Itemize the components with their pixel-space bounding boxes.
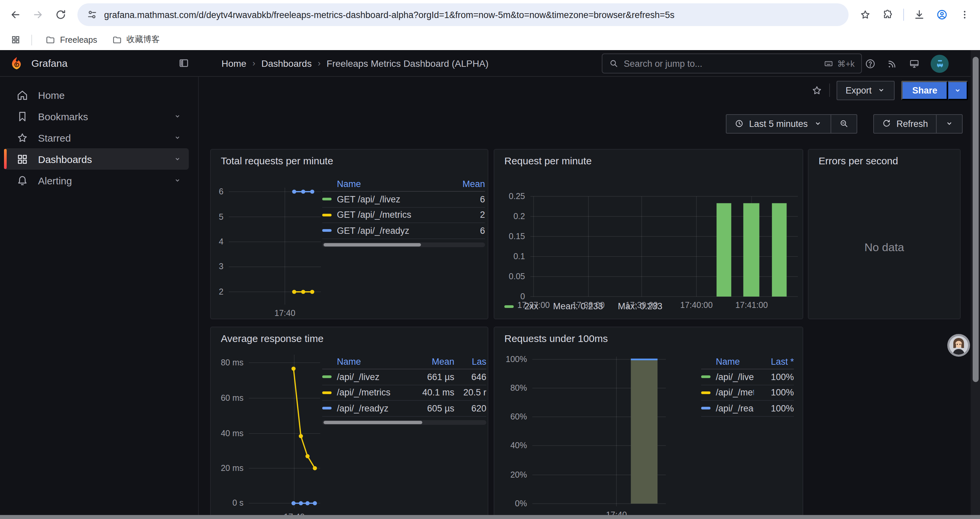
header-icons [865, 50, 949, 77]
page-scrollbar[interactable] [970, 50, 980, 519]
help-icon[interactable] [865, 58, 876, 69]
grafana-header: Grafana HomeDashboardsFreeleaps Metrics … [0, 50, 980, 77]
search-shortcut: ⌘+k [824, 58, 854, 69]
panel-request-per-minute: Request per minute 2xx Mean: 0.233 Max: … [494, 149, 803, 319]
back-icon[interactable] [5, 5, 25, 25]
legend-column-header[interactable]: Last * [754, 356, 794, 366]
chart-plot[interactable] [530, 196, 798, 297]
legend-row[interactable]: /api/_/metrics100% [701, 385, 794, 401]
search-input[interactable] [624, 58, 819, 69]
scrollbar-thumb[interactable] [972, 57, 978, 382]
share-menu-button[interactable] [948, 80, 968, 100]
breadcrumb-item[interactable]: Dashboards [261, 58, 312, 69]
legend-column-header[interactable]: Mean [448, 179, 485, 189]
keyboard-icon [824, 59, 833, 68]
dashboard-main: Export Share Last 5 minutes [199, 77, 980, 519]
legend-scrollbar[interactable] [322, 420, 486, 425]
chevron-down-icon[interactable] [173, 133, 182, 142]
legend-column-header[interactable]: Name [701, 356, 754, 366]
mega-menu-toggle-icon[interactable] [178, 57, 189, 69]
brand-area: Grafana [0, 56, 199, 70]
chevron-down-icon [945, 119, 954, 128]
sidebar-item-dashboards[interactable]: Dashboards [4, 148, 189, 170]
legend-row[interactable]: /api/_/livez100% [701, 369, 794, 385]
sidebar-item-home[interactable]: Home [4, 84, 189, 105]
news-rss-icon[interactable] [886, 58, 898, 69]
chevron-down-icon[interactable] [173, 154, 182, 164]
sidebar-item-starred[interactable]: Starred [4, 127, 189, 148]
panel-title[interactable]: Total requests per minute [221, 155, 333, 166]
legend-row[interactable]: GET /api/_/metrics2 [322, 208, 485, 223]
legend-column-header[interactable]: Mean [407, 356, 454, 366]
legend-row[interactable]: GET /api/_/readyz6 [322, 223, 485, 239]
bookmarks-divider [31, 34, 32, 45]
breadcrumb-item[interactable]: Home [221, 58, 247, 69]
chevron-down-icon[interactable] [173, 176, 182, 185]
legend-row[interactable]: /api/_/livez661 µs646 [322, 369, 486, 385]
panel-legend: NameMeanLas/api/_/livez661 µs646/api/_/m… [322, 354, 486, 425]
chart-plot[interactable] [532, 357, 666, 506]
series-color-dash [322, 198, 332, 201]
legend-row[interactable]: /api/_/metrics40.1 ms20.5 r [322, 385, 486, 401]
reload-icon[interactable] [51, 5, 71, 25]
site-settings-icon[interactable] [87, 10, 97, 20]
star-dashboard-icon[interactable] [811, 85, 823, 96]
refresh-button[interactable]: Refresh [873, 114, 937, 133]
panel-title[interactable]: Request per minute [504, 155, 592, 166]
bookmark-folder-label: 收藏博客 [126, 34, 160, 45]
browser-menu-icon[interactable] [955, 5, 975, 25]
legend-column-header[interactable]: Las [454, 356, 486, 366]
floating-assistant-avatar[interactable] [947, 334, 970, 357]
legend-column-header[interactable]: Name [322, 356, 407, 366]
chart-plot[interactable] [249, 355, 320, 508]
grafana-body: HomeBookmarksStarredDashboardsAlerting E… [0, 77, 980, 519]
sidebar-item-label: Dashboards [38, 153, 164, 164]
chevron-down-icon [877, 86, 886, 95]
apps-icon [16, 153, 29, 165]
extensions-icon[interactable] [878, 5, 898, 25]
panel-title[interactable]: Average response time [221, 333, 323, 344]
legend-row[interactable]: /api/_/readyz100% [701, 401, 794, 417]
search-box[interactable]: ⌘+k [602, 53, 862, 73]
forward-icon[interactable] [28, 5, 48, 25]
y-axis-labels: 80 ms60 ms40 ms20 ms0 s [210, 355, 243, 508]
legend-scrollbar[interactable] [322, 242, 485, 247]
address-bar[interactable]: grafana.mathmast.com/d/deytv4rwavabkb/fr… [77, 3, 849, 26]
legend-column-header[interactable]: Name [322, 179, 448, 189]
refresh-icon [881, 119, 891, 128]
download-icon[interactable] [909, 5, 929, 25]
bottom-window-edge [0, 515, 980, 519]
bookmark-folder-freeleaps[interactable]: Freeleaps [39, 32, 103, 48]
url-text[interactable]: grafana.mathmast.com/d/deytv4rwavabkb/fr… [104, 10, 839, 20]
folder-icon [45, 35, 56, 45]
kiosk-monitor-icon[interactable] [908, 58, 920, 69]
grafana-logo [10, 56, 24, 70]
panel-title[interactable]: Errors per second [819, 155, 898, 166]
sidebar-item-bookmarks[interactable]: Bookmarks [4, 105, 189, 127]
legend-row[interactable]: /api/_/readyz605 µs620 [322, 401, 486, 417]
apps-grid-icon[interactable] [7, 31, 24, 48]
panel-title[interactable]: Requests under 100ms [504, 333, 608, 344]
mega-menu: HomeBookmarksStarredDashboardsAlerting [0, 77, 199, 519]
user-avatar[interactable] [931, 54, 949, 72]
bookmark-folder-blogs[interactable]: 收藏博客 [106, 31, 166, 48]
breadcrumb-item[interactable]: Freeleaps Metrics Dashboard (ALPHA) [326, 58, 488, 69]
sidebar-item-alerting[interactable]: Alerting [4, 170, 189, 191]
legend-scrollbar-thumb[interactable] [323, 243, 421, 246]
legend-scrollbar-thumb[interactable] [323, 420, 422, 424]
export-button[interactable]: Export [837, 80, 895, 100]
browser-profile-icon[interactable] [932, 5, 952, 25]
chart-plot[interactable] [229, 188, 321, 305]
time-range-button[interactable]: Last 5 minutes [726, 114, 831, 133]
legend-row[interactable]: GET /api/_/livez6 [322, 192, 485, 208]
x-axis-labels: 17:37:0017:38:0017:39:0017:40:0017:41:00 [530, 300, 798, 311]
share-button[interactable]: Share [902, 80, 948, 100]
series-color-dash [322, 230, 332, 232]
zoom-out-button[interactable] [831, 114, 857, 133]
bookmarks-bar: Freeleaps 收藏博客 [0, 29, 980, 50]
chevron-down-icon[interactable] [173, 112, 182, 121]
bell-icon [16, 174, 29, 187]
refresh-interval-button[interactable] [937, 114, 963, 133]
bookmark-star-icon[interactable] [855, 5, 875, 25]
sidebar-item-label: Home [38, 89, 182, 101]
